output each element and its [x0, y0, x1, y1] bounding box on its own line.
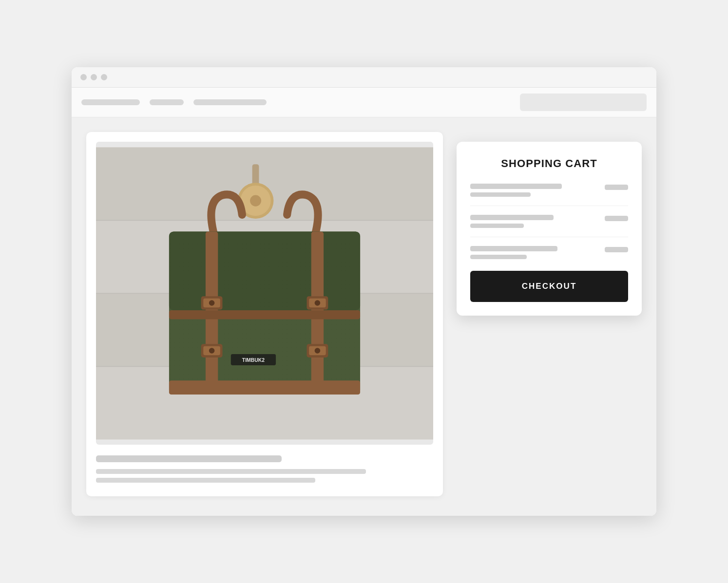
browser-navbar: [72, 88, 656, 117]
cart-item-3-price: [605, 247, 628, 252]
browser-titlebar: [72, 67, 656, 88]
svg-point-11: [250, 195, 261, 206]
cart-item-2-name: [470, 215, 554, 220]
svg-rect-32: [169, 380, 360, 395]
browser-window: TIMBUK2 SHOPPING CART: [72, 67, 656, 516]
cart-divider-1: [470, 206, 628, 206]
nav-link-3[interactable]: [193, 99, 267, 105]
traffic-light-close[interactable]: [80, 74, 87, 80]
cart-item-1-content: [470, 184, 605, 197]
browser-body: TIMBUK2 SHOPPING CART: [72, 117, 656, 516]
svg-point-22: [209, 300, 215, 306]
cart-item-1-price: [605, 185, 628, 190]
cart-item-2: [470, 215, 628, 228]
search-input[interactable]: [520, 94, 647, 111]
cart-item-3-sub: [470, 255, 527, 259]
nav-link-2[interactable]: [150, 99, 184, 105]
product-desc-bar-1: [96, 469, 366, 474]
cart-item-1: [470, 184, 628, 197]
nav-link-1[interactable]: [81, 99, 140, 105]
traffic-light-maximize[interactable]: [101, 74, 107, 80]
svg-point-31: [315, 348, 321, 354]
cart-panel: SHOPPING CART: [457, 142, 642, 316]
checkout-button[interactable]: CHECKOUT: [470, 271, 628, 302]
cart-divider-2: [470, 237, 628, 237]
cart-item-3-content: [470, 246, 605, 259]
traffic-light-minimize[interactable]: [91, 74, 97, 80]
product-image: TIMBUK2: [96, 142, 433, 445]
cart-items-list: [470, 184, 628, 259]
svg-rect-19: [169, 310, 360, 319]
product-title-bar: [96, 455, 282, 462]
cart-item-2-sub: [470, 224, 524, 228]
svg-text:TIMBUK2: TIMBUK2: [242, 357, 265, 363]
cart-item-3: [470, 246, 628, 259]
product-card: TIMBUK2: [86, 132, 443, 497]
cart-item-2-price: [605, 216, 628, 221]
product-desc-bar-2: [96, 478, 315, 483]
cart-item-1-name: [470, 184, 562, 189]
cart-title: SHOPPING CART: [470, 157, 628, 170]
cart-item-3-name: [470, 246, 557, 251]
cart-item-2-content: [470, 215, 605, 228]
svg-point-25: [315, 300, 321, 306]
svg-point-28: [209, 348, 215, 354]
cart-item-1-sub: [470, 192, 531, 197]
